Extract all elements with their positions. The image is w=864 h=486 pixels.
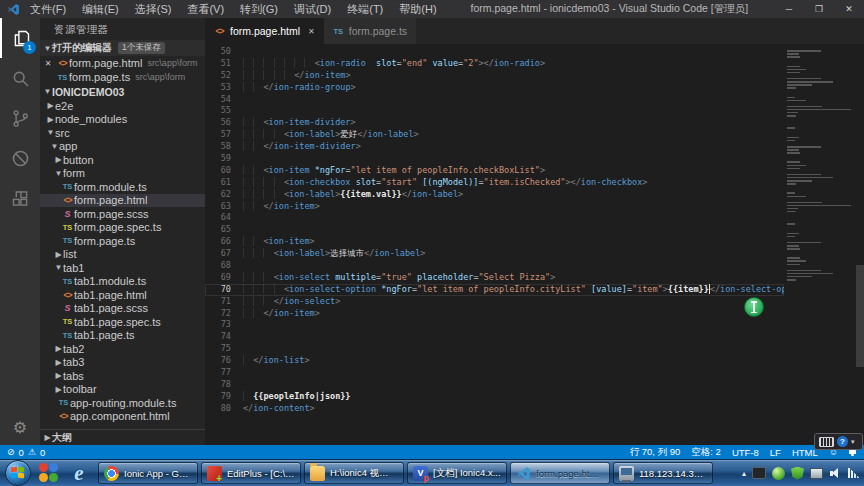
code-view[interactable]: 5051 <ion-radio slot="end" value="2"></i… bbox=[205, 44, 864, 445]
ime-tray-icon[interactable] bbox=[752, 467, 766, 479]
tree-item[interactable]: <>form.page.html bbox=[40, 194, 205, 208]
shield-tray-icon[interactable] bbox=[791, 467, 804, 480]
start-button[interactable] bbox=[5, 460, 31, 486]
code-line[interactable]: 51 <ion-radio slot="end" value="2"></ion… bbox=[205, 58, 784, 70]
code-line[interactable]: 62 <ion-label>{{item.val}}</ion-label> bbox=[205, 189, 784, 201]
code-line[interactable]: 56 <ion-item-divider> bbox=[205, 117, 784, 129]
taskbar-button-vscode[interactable]: form.page.html ... bbox=[510, 462, 610, 484]
chevron-down-icon[interactable]: ▾ bbox=[851, 438, 855, 446]
indentation[interactable]: 空格: 2 bbox=[691, 446, 721, 459]
search-icon[interactable] bbox=[0, 58, 40, 98]
menu-item[interactable]: 编辑(E) bbox=[74, 0, 127, 18]
code-line[interactable]: 60 <ion-item *ngFor="let item of peopleI… bbox=[205, 165, 784, 177]
code-line[interactable]: 79 {{peopleInfo|json}} bbox=[205, 391, 784, 403]
tree-item[interactable]: ▼form bbox=[40, 167, 205, 181]
code-line[interactable]: 55 bbox=[205, 105, 784, 117]
tree-item[interactable]: TStab1.page.ts bbox=[40, 329, 205, 343]
code-line[interactable]: 72 </ion-item> bbox=[205, 308, 784, 320]
tree-item[interactable]: ▼tab1 bbox=[40, 261, 205, 275]
code-line[interactable]: 53 </ion-radio-group> bbox=[205, 82, 784, 94]
code-line[interactable]: 80</ion-content> bbox=[205, 403, 784, 415]
open-editor-item[interactable]: ✕<>form.page.htmlsrc\app\form bbox=[40, 56, 205, 70]
pinwheel-app-icon[interactable] bbox=[38, 462, 60, 484]
code-line[interactable]: 78 bbox=[205, 379, 784, 391]
menu-item[interactable]: 选择(S) bbox=[127, 0, 180, 18]
tree-item[interactable]: Stab1.page.scss bbox=[40, 302, 205, 316]
code-line[interactable]: 66 <ion-item> bbox=[205, 236, 784, 248]
code-line[interactable]: 77 bbox=[205, 367, 784, 379]
tree-item[interactable]: ▶tabs bbox=[40, 369, 205, 383]
tree-item[interactable]: TStab1.page.spec.ts bbox=[40, 315, 205, 329]
code-line[interactable]: 50 bbox=[205, 46, 784, 58]
code-line[interactable]: 63 </ion-item> bbox=[205, 201, 784, 213]
tree-item[interactable]: TSform.page.spec.ts bbox=[40, 221, 205, 235]
code-line[interactable]: 71 </ion-select> bbox=[205, 296, 784, 308]
tree-item[interactable]: ▶toolbar bbox=[40, 383, 205, 397]
tree-item[interactable]: TSform.module.ts bbox=[40, 180, 205, 194]
tab-form.page.html[interactable]: <>form.page.html✕ bbox=[205, 18, 324, 44]
tree-item[interactable]: <>tab1.page.html bbox=[40, 288, 205, 302]
code-line[interactable]: 58 </ion-item-divider> bbox=[205, 141, 784, 153]
code-line[interactable]: 65 bbox=[205, 224, 784, 236]
ime-toolbar[interactable]: ? ▾ bbox=[814, 433, 863, 450]
code-line[interactable]: 54 bbox=[205, 94, 784, 106]
menu-item[interactable]: 转到(G) bbox=[232, 0, 286, 18]
tree-item[interactable]: <>app.component.html bbox=[40, 410, 205, 424]
minimize-button[interactable]: ─ bbox=[774, 0, 804, 18]
settings-gear-icon[interactable]: ⚙ bbox=[13, 418, 27, 437]
taskbar-button-editplus[interactable]: EditPlus - [C:\Us... bbox=[201, 462, 301, 484]
close-button[interactable]: ✕ bbox=[834, 0, 864, 18]
tree-item[interactable]: ▶tab2 bbox=[40, 342, 205, 356]
internet-explorer-icon[interactable]: e bbox=[68, 462, 90, 484]
code-line[interactable]: 64 bbox=[205, 212, 784, 224]
code-line[interactable]: 75 bbox=[205, 343, 784, 355]
code-line[interactable]: 61 <ion-checkbox slot="start" [(ngModel)… bbox=[205, 177, 784, 189]
tree-item[interactable]: TSform.page.ts bbox=[40, 234, 205, 248]
project-root-header[interactable]: ▼ IONICDEMO03 bbox=[40, 84, 205, 99]
tree-item[interactable]: ▶tab3 bbox=[40, 356, 205, 370]
eol-type[interactable]: LF bbox=[770, 447, 781, 458]
debug-icon[interactable] bbox=[0, 138, 40, 178]
tree-item[interactable]: TStab1.module.ts bbox=[40, 275, 205, 289]
menu-item[interactable]: 调试(D) bbox=[286, 0, 339, 18]
close-icon[interactable]: ✕ bbox=[308, 27, 315, 36]
tree-item[interactable]: Sform.page.scss bbox=[40, 207, 205, 221]
code-line[interactable]: 70 <ion-select-option *ngFor="let item o… bbox=[205, 284, 784, 296]
code-line[interactable]: 52 </ion-item> bbox=[205, 70, 784, 82]
code-line[interactable]: 69 <ion-select multiple="true" placehold… bbox=[205, 272, 784, 284]
tree-item[interactable]: ▼app bbox=[40, 140, 205, 154]
code-line[interactable]: 67 <ion-label>选择城市</ion-label> bbox=[205, 248, 784, 260]
outline-section-header[interactable]: ▶ 大纲 bbox=[40, 429, 205, 445]
vertical-scrollbar[interactable] bbox=[856, 265, 864, 367]
code-line[interactable]: 57 <ion-label>爱好</ion-label> bbox=[205, 129, 784, 141]
code-line[interactable]: 68 bbox=[205, 260, 784, 272]
explorer-icon[interactable]: 1 bbox=[0, 18, 40, 58]
taskbar-button-folder[interactable]: H:\ionic4 视频教... bbox=[304, 462, 404, 484]
extensions-icon[interactable] bbox=[0, 178, 40, 218]
open-editors-header[interactable]: ▼ 打开的编辑器 1个未保存 bbox=[40, 40, 205, 56]
vol-tray-icon[interactable] bbox=[829, 467, 842, 480]
show-hidden-icons-arrow[interactable]: ▴ bbox=[742, 469, 746, 478]
taskbar-button-wps[interactable]: V[文档] Ionic4.x... bbox=[407, 462, 507, 484]
sig-tray-icon[interactable] bbox=[848, 468, 859, 478]
menu-item[interactable]: 查看(V) bbox=[179, 0, 232, 18]
menu-item[interactable]: 帮助(H) bbox=[391, 0, 444, 18]
ime-help-icon[interactable]: ? bbox=[837, 436, 848, 447]
code-line[interactable]: 74 bbox=[205, 331, 784, 343]
tree-item[interactable]: ▶node_modules bbox=[40, 113, 205, 127]
ball-tray-icon[interactable] bbox=[772, 467, 785, 480]
taskbar-button-chrome[interactable]: Ionic App - Goo... bbox=[98, 462, 198, 484]
close-icon[interactable]: ✕ bbox=[40, 59, 56, 68]
tree-item[interactable]: TSapp-routing.module.ts bbox=[40, 396, 205, 410]
encoding[interactable]: UTF-8 bbox=[732, 447, 759, 458]
tree-item[interactable]: ▶list bbox=[40, 248, 205, 262]
minimap[interactable] bbox=[784, 44, 856, 445]
tree-item[interactable]: ▼src bbox=[40, 126, 205, 140]
tab-form.page.ts[interactable]: TSform.page.ts bbox=[324, 18, 416, 44]
tree-item[interactable]: ▶button bbox=[40, 153, 205, 167]
code-line[interactable]: 73 bbox=[205, 319, 784, 331]
code-line[interactable]: 59 bbox=[205, 153, 784, 165]
net-tray-icon[interactable] bbox=[810, 468, 823, 479]
menu-item[interactable]: 文件(F) bbox=[22, 0, 74, 18]
source-control-icon[interactable] bbox=[0, 98, 40, 138]
